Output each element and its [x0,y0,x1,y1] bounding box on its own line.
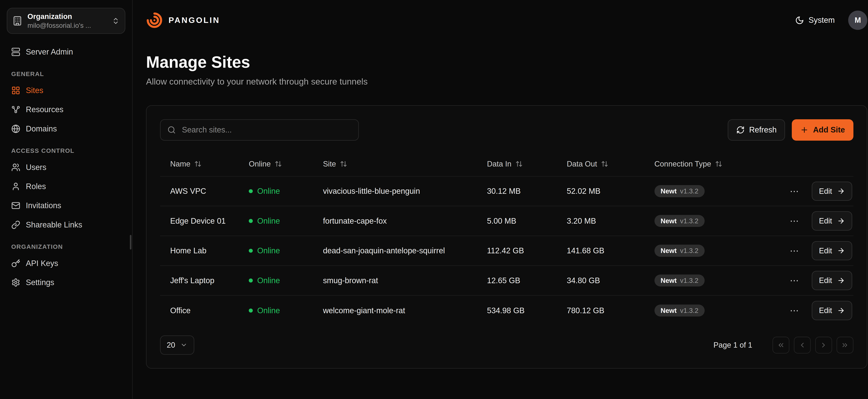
cell-actions: ⋯ Edit [754,301,854,320]
sidebar-item-label: Roles [26,182,46,191]
sidebar-item-domains[interactable]: Domains [7,120,125,138]
edit-button[interactable]: Edit [812,211,852,231]
edit-button[interactable]: Edit [812,271,852,290]
cell-data-out: 780.12 GB [567,306,654,315]
sidebar-item-sites[interactable]: Sites [7,82,125,99]
cell-site: smug-brown-rat [323,276,487,285]
sidebar-item-label: Resources [26,105,64,114]
column-header-online[interactable]: Online [249,159,323,168]
cell-data-out: 141.68 GB [567,246,654,255]
row-menu-button[interactable]: ⋯ [787,214,802,228]
table-row: Edge Device 01 Online fortunate-cape-fox… [160,206,854,236]
edit-label: Edit [819,276,832,285]
cell-data-in: 30.12 MB [487,187,567,196]
sort-icon [275,160,282,167]
last-page-button[interactable] [837,337,854,354]
topbar: PANGOLIN System M [146,0,867,40]
pangolin-logo-icon [146,12,163,29]
layout-grid-icon [11,86,20,95]
cell-connection-type: Newt v1.3.2 [654,305,755,317]
waypoints-icon [11,105,20,114]
connection-name: Newt [660,217,677,225]
cell-connection-type: Newt v1.3.2 [654,215,755,227]
refresh-icon [736,126,745,134]
sort-icon [601,160,608,167]
row-menu-button[interactable]: ⋯ [787,273,802,288]
brand[interactable]: PANGOLIN [146,12,220,29]
page-title: Manage Sites [146,53,867,71]
section-label-general: GENERAL [11,70,121,78]
cell-site: fortunate-cape-fox [323,216,487,225]
chevron-left-icon [798,341,806,349]
column-header-name[interactable]: Name [160,159,249,168]
search-input[interactable] [181,125,351,135]
sites-table: Name Online Site Data In [160,152,854,326]
page-size-select[interactable]: 20 [160,335,194,355]
table-footer: 20 Page 1 of 1 [160,335,854,355]
sidebar-item-shareable-links[interactable]: Shareable Links [7,216,125,234]
refresh-button[interactable]: Refresh [728,119,785,141]
table-row: AWS VPC Online vivacious-little-blue-pen… [160,177,854,207]
edit-button[interactable]: Edit [812,182,852,201]
row-menu-button[interactable]: ⋯ [787,303,802,318]
row-menu-button[interactable]: ⋯ [787,243,802,258]
chevrons-right-icon [841,341,849,349]
sidebar-item-resources[interactable]: Resources [7,100,125,119]
sidebar-item-invitations[interactable]: Invitations [7,196,125,215]
org-selector[interactable]: Organization milo@fossorial.io's ... [7,8,125,34]
sidebar-item-label: Users [26,163,46,172]
next-page-button[interactable] [815,337,832,354]
connection-type-badge: Newt v1.3.2 [654,215,705,227]
edit-button[interactable]: Edit [812,241,852,260]
first-page-button[interactable] [773,337,789,354]
globe-icon [11,124,20,133]
theme-label: System [809,16,835,25]
connection-type-badge: Newt v1.3.2 [654,305,705,317]
sidebar-item-api-keys[interactable]: API Keys [7,254,125,272]
theme-toggle[interactable]: System [795,16,835,25]
sidebar-scrollbar-thumb[interactable] [130,235,132,249]
user-icon [11,182,20,191]
page-subtitle: Allow connectivity to your network throu… [146,76,867,87]
edit-label: Edit [819,306,832,315]
avatar[interactable]: M [848,10,867,30]
online-status-label: Online [257,216,280,225]
table-header-row: Name Online Site Data In [160,152,854,176]
edit-label: Edit [819,246,832,255]
section-label-organization: ORGANIZATION [11,243,121,250]
ellipsis-icon: ⋯ [790,186,799,196]
previous-page-button[interactable] [794,337,811,354]
sort-icon [715,160,722,167]
org-text: Organization milo@fossorial.io's ... [27,12,107,29]
cell-online: Online [249,306,323,315]
column-header-connection-type[interactable]: Connection Type [654,159,755,168]
sidebar-item-users[interactable]: Users [7,158,125,176]
row-menu-button[interactable]: ⋯ [787,184,802,198]
cell-name: Office [160,306,249,315]
plus-icon [800,126,809,134]
add-site-button[interactable]: Add Site [792,119,854,141]
cell-name: Home Lab [160,246,249,255]
cell-data-out: 34.80 GB [567,276,654,285]
cell-actions: ⋯ Edit [754,182,854,201]
column-header-site[interactable]: Site [323,159,487,168]
connection-version: v1.3.2 [680,307,699,314]
online-status-dot [249,249,253,253]
connection-type-badge: Newt v1.3.2 [654,245,705,257]
cell-data-out: 52.02 MB [567,187,654,196]
sidebar-item-roles[interactable]: Roles [7,178,125,195]
cell-online: Online [249,187,323,196]
edit-button[interactable]: Edit [812,301,852,320]
cell-site: welcome-giant-mole-rat [323,306,487,315]
sidebar-item-server-admin[interactable]: Server Admin [7,43,125,61]
online-status-label: Online [257,187,280,196]
link-icon [11,220,20,229]
arrow-right-icon [837,217,845,225]
column-header-data-in[interactable]: Data In [487,159,567,168]
toolbar: Refresh Add Site [160,119,854,141]
cell-connection-type: Newt v1.3.2 [654,245,755,257]
column-header-data-out[interactable]: Data Out [567,159,654,168]
column-label: Data Out [567,159,597,168]
sidebar-item-settings[interactable]: Settings [7,273,125,291]
cell-data-in: 112.42 GB [487,246,567,255]
